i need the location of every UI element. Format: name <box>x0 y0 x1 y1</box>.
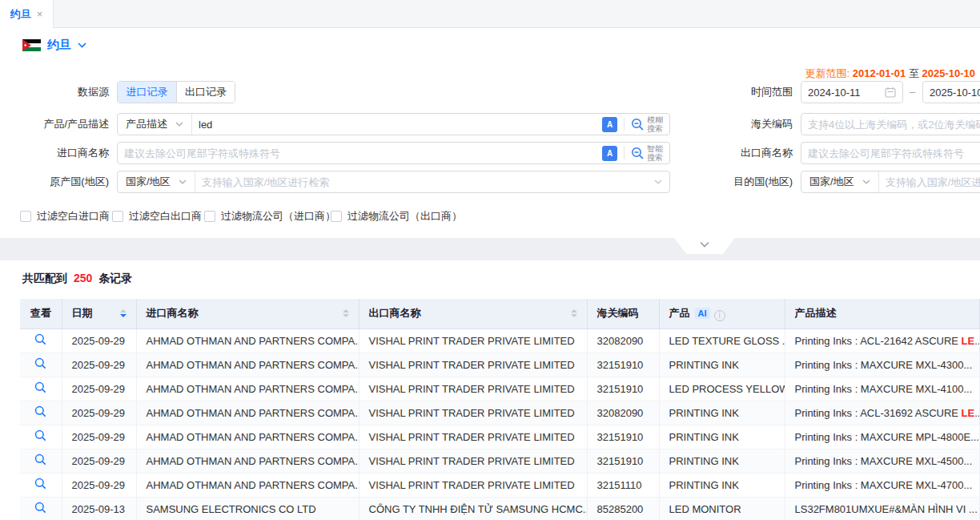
translate-icon[interactable]: A <box>602 117 617 132</box>
importer-link[interactable]: AHMAD OTHMAN AND PARTNERS COMPA... <box>136 329 359 353</box>
date-range-separator: – <box>910 81 915 103</box>
product-type-select[interactable]: 产品描述 <box>118 114 192 135</box>
hs-code-cell: 32151910 <box>587 353 659 377</box>
origin-country-label: 原产国(地区) <box>0 171 109 193</box>
dest-country-type-select[interactable]: 国家/地区 <box>801 171 879 192</box>
origin-country-type-select[interactable]: 国家/地区 <box>118 171 195 192</box>
exporter-link[interactable]: VISHAL PRINT TRADER PRIVATE LIMITED <box>359 329 587 353</box>
collapse-panel-button[interactable] <box>674 238 735 254</box>
view-record-button[interactable] <box>20 353 62 377</box>
dest-country-input[interactable] <box>879 172 980 191</box>
product-search-input[interactable] <box>192 115 596 134</box>
checkbox-filter-logistics-exporter[interactable]: 过滤物流公司（出口商） <box>331 209 462 224</box>
importer-link[interactable]: AHMAD OTHMAN AND PARTNERS COMPA... <box>136 401 359 425</box>
checkbox-icon[interactable] <box>331 211 342 222</box>
exporter-input[interactable] <box>801 143 980 163</box>
description-cell: Printing Inks : MAXCURE MXL-4100... <box>785 377 980 401</box>
checkbox-filter-logistics-importer[interactable]: 过滤物流公司（进口商） <box>204 209 335 224</box>
sorter-exporter[interactable] <box>571 309 577 317</box>
importer-link[interactable]: AHMAD OTHMAN AND PARTNERS COMPA... <box>136 473 359 497</box>
exporter-link[interactable]: VISHAL PRINT TRADER PRIVATE LIMITED <box>359 401 587 425</box>
date-from-input[interactable] <box>801 83 878 102</box>
checkbox-icon[interactable] <box>112 211 123 222</box>
magnifier-icon <box>34 453 46 466</box>
view-record-button[interactable] <box>20 401 62 425</box>
translate-icon[interactable]: A <box>602 146 617 161</box>
checkbox-icon[interactable] <box>204 211 215 222</box>
exporter-link[interactable]: VISHAL PRINT TRADER PRIVATE LIMITED <box>359 377 587 401</box>
fuzzy-search-button[interactable]: 模糊 搜索 <box>631 115 663 133</box>
date-to-input[interactable] <box>923 83 980 102</box>
importer-link[interactable]: AHMAD OTHMAN AND PARTNERS COMPA... <box>136 449 359 473</box>
toggle-export-records[interactable]: 出口记录 <box>176 82 235 103</box>
hs-code-cell: 32151110 <box>587 473 659 497</box>
importer-link[interactable]: AHMAD OTHMAN AND PARTNERS COMPA... <box>136 353 359 377</box>
country-selector[interactable]: 约旦 <box>22 38 86 53</box>
table-row: 2025-09-29 AHMAD OTHMAN AND PARTNERS COM… <box>20 329 980 353</box>
sorter-importer[interactable] <box>343 309 349 317</box>
info-icon[interactable]: i <box>714 310 725 321</box>
hs-code-input[interactable] <box>801 115 980 134</box>
sorter-date[interactable] <box>120 309 127 317</box>
checkbox-filter-blank-exporter[interactable]: 过滤空白出口商 <box>112 209 202 224</box>
product-link[interactable]: PRINTING INK <box>659 449 785 473</box>
table-row: 2025-09-29 AHMAD OTHMAN AND PARTNERS COM… <box>20 425 980 449</box>
header-exporter[interactable]: 出口商名称 <box>359 299 587 329</box>
date-cell: 2025-09-29 <box>62 329 136 353</box>
date-to-field[interactable] <box>922 81 980 103</box>
importer-input[interactable] <box>118 143 596 163</box>
view-record-button[interactable] <box>20 425 62 449</box>
tab-jordan[interactable]: 约旦 × <box>0 0 54 28</box>
view-record-button[interactable] <box>20 377 62 401</box>
dest-country-type-value: 国家/地区 <box>809 175 854 189</box>
checkbox-icon[interactable] <box>20 211 31 222</box>
product-link[interactable]: PRINTING INK <box>659 425 785 449</box>
magnifier-icon <box>34 381 46 393</box>
product-link[interactable]: PRINTING INK <box>659 401 785 425</box>
product-link[interactable]: LED TEXTURE GLOSS ... <box>659 329 785 353</box>
date-from-field[interactable] <box>801 81 903 103</box>
importer-link[interactable]: SAMSUNG ELECTRONICS CO LTD <box>136 497 359 520</box>
view-record-button[interactable] <box>20 473 62 497</box>
magnifier-icon <box>34 502 46 514</box>
exporter-link[interactable]: CÔNG TY TNHH ĐIỆN TỬ SAMSUNG HCMC... <box>359 497 587 520</box>
exporter-link[interactable]: VISHAL PRINT TRADER PRIVATE LIMITED <box>359 473 587 497</box>
product-field: 产品描述 A 模糊 搜索 <box>117 113 670 135</box>
product-link[interactable]: LED PROCESS YELLOW... <box>659 377 785 401</box>
exporter-field[interactable] <box>801 142 980 164</box>
product-link[interactable]: PRINTING INK <box>659 353 785 377</box>
origin-country-input[interactable] <box>195 172 654 191</box>
header-importer[interactable]: 进口商名称 <box>136 299 359 329</box>
header-date[interactable]: 日期 <box>62 299 136 329</box>
hs-code-cell: 32082090 <box>587 329 659 353</box>
exporter-link[interactable]: VISHAL PRINT TRADER PRIVATE LIMITED <box>359 449 587 473</box>
importer-link[interactable]: AHMAD OTHMAN AND PARTNERS COMPA... <box>136 425 359 449</box>
view-record-button[interactable] <box>20 329 62 353</box>
product-link[interactable]: PRINTING INK <box>659 473 785 497</box>
table-row: 2025-09-29 AHMAD OTHMAN AND PARTNERS COM… <box>20 353 980 377</box>
product-link[interactable]: LED MONITOR <box>659 497 785 520</box>
chevron-down-icon[interactable] <box>654 179 669 184</box>
update-range-to: 2025-10-10 <box>922 67 976 79</box>
importer-field: A 智能 搜索 <box>117 142 670 164</box>
origin-country-field: 国家/地区 <box>117 171 670 193</box>
view-record-button[interactable] <box>20 497 62 520</box>
checkbox-filter-blank-importer[interactable]: 过滤空白进口商 <box>20 209 110 224</box>
toggle-import-records[interactable]: 进口记录 <box>118 82 176 103</box>
importer-link[interactable]: AHMAD OTHMAN AND PARTNERS COMPA... <box>136 377 359 401</box>
time-range-label: 时间范围 <box>681 81 793 103</box>
tab-close-icon[interactable]: × <box>37 8 43 20</box>
smart-search-label: 智能 搜索 <box>647 144 663 162</box>
exporter-link[interactable]: VISHAL PRINT TRADER PRIVATE LIMITED <box>359 353 587 377</box>
country-name: 约旦 <box>47 38 71 53</box>
table-row: 2025-09-29 AHMAD OTHMAN AND PARTNERS COM… <box>20 473 980 497</box>
smart-search-button[interactable]: 智能 搜索 <box>631 144 663 162</box>
hs-code-cell: 32082090 <box>587 401 659 425</box>
view-record-button[interactable] <box>20 449 62 473</box>
hs-code-field[interactable] <box>801 113 980 135</box>
exporter-link[interactable]: VISHAL PRINT TRADER PRIVATE LIMITED <box>359 425 587 449</box>
panel-gap-band <box>0 238 980 260</box>
date-cell: 2025-09-29 <box>62 401 136 425</box>
filter-checkbox-row: 过滤空白进口商 过滤空白出口商 过滤物流公司（进口商） 过滤物流公司（出口商） <box>0 209 980 224</box>
dest-country-label: 目的国(地区) <box>681 171 793 193</box>
